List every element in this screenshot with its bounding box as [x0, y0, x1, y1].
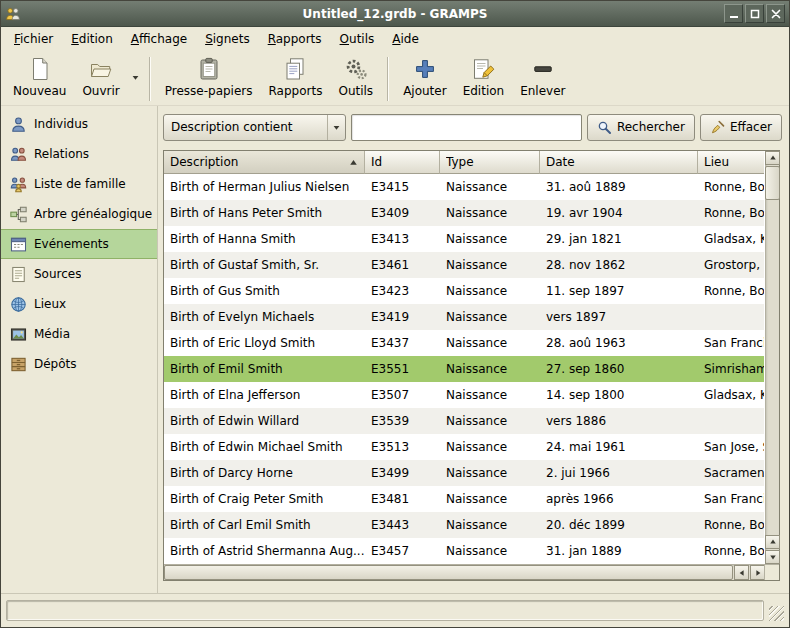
table-row[interactable]: Birth of Evelyn MichaelsE3419Naissanceve… — [164, 304, 764, 330]
horizontal-scrollbar[interactable] — [164, 564, 764, 580]
sidebar-item-depots[interactable]: Dépôts — [1, 349, 157, 379]
toolbar-button-ajouter[interactable]: Ajouter — [395, 54, 455, 100]
open-dropdown-button[interactable] — [128, 54, 143, 100]
scroll-down-button[interactable] — [765, 550, 780, 564]
toolbar-button-nouveau[interactable]: Nouveau — [5, 54, 74, 100]
sidebar-item-relations[interactable]: Relations — [1, 139, 157, 169]
cell-date: 11. sep 1897 — [540, 284, 698, 298]
scroll-right-button[interactable] — [750, 565, 765, 580]
toolbar-button-outils[interactable]: Outils — [330, 54, 381, 100]
cell-lieu: Ronne, Born — [698, 180, 764, 194]
table-row[interactable]: Birth of Darcy HorneE3499Naissance2. jui… — [164, 460, 764, 486]
sidebar-item-arbre-genealogique[interactable]: Arbre généalogique — [1, 199, 157, 229]
cell-type: Naissance — [440, 388, 540, 402]
table-row[interactable]: Birth of Gustaf Smith, Sr.E3461Naissance… — [164, 252, 764, 278]
cell-id: E3513 — [365, 440, 440, 454]
menu-item-affichage[interactable]: Affichage — [122, 29, 196, 49]
menu-item-edition[interactable]: Edition — [62, 29, 122, 49]
maximize-button[interactable] — [745, 4, 764, 23]
resize-grip[interactable] — [769, 606, 784, 621]
table-row[interactable]: Birth of Eric Lloyd SmithE3437Naissance2… — [164, 330, 764, 356]
close-icon — [770, 8, 782, 20]
toolbar-button-presse-papiers[interactable]: Presse-papiers — [157, 54, 261, 100]
close-button[interactable] — [766, 4, 785, 23]
table-row[interactable]: Birth of Herman Julius NielsenE3415Naiss… — [164, 174, 764, 200]
scroll-up-button-secondary[interactable] — [765, 535, 780, 549]
cell-date: 29. jan 1821 — [540, 232, 698, 246]
filter-field-dropdown[interactable]: Description contient — [163, 114, 346, 141]
table-row[interactable]: Birth of Craig Peter SmithE3481Naissance… — [164, 486, 764, 512]
gramps-window: Untitled_12.grdb - GRAMPS FichierEdition… — [0, 0, 790, 628]
open-folder-icon — [89, 57, 113, 81]
toolbar-button-rapports[interactable]: Rapports — [261, 54, 331, 100]
menu-item-fichier[interactable]: Fichier — [5, 29, 62, 49]
sidebar-item-individus[interactable]: Individus — [1, 109, 157, 139]
column-header-type[interactable]: Type — [440, 151, 540, 174]
table-row[interactable]: Birth of Gus SmithE3423Naissance11. sep … — [164, 278, 764, 304]
sidebar-item-media[interactable]: Média — [1, 319, 157, 349]
menu-item-signets[interactable]: Signets — [196, 29, 259, 49]
toolbar-button-enlever[interactable]: Enlever — [512, 54, 573, 100]
toolbar-separator — [387, 57, 389, 101]
table-row[interactable]: Birth of Edwin WillardE3539Naissancevers… — [164, 408, 764, 434]
search-button[interactable]: Rechercher — [587, 114, 695, 141]
cell-date: après 1966 — [540, 492, 698, 506]
cell-lieu: Sacramento — [698, 466, 764, 480]
maximize-icon — [749, 8, 761, 20]
cell-id: E3423 — [365, 284, 440, 298]
arrow-right-icon — [754, 569, 762, 577]
toolbar-button-ouvrir[interactable]: Ouvrir — [74, 54, 127, 100]
repositories-icon — [10, 356, 27, 373]
cell-description: Birth of Craig Peter Smith — [164, 492, 365, 506]
toolbar-button-edition[interactable]: Edition — [455, 54, 513, 100]
menu-item-rapports[interactable]: Rapports — [259, 29, 331, 49]
cell-type: Naissance — [440, 284, 540, 298]
horizontal-scrollbar-thumb[interactable] — [164, 565, 733, 580]
vertical-scrollbar-thumb[interactable] — [765, 166, 780, 200]
search-button-label: Rechercher — [617, 120, 685, 134]
clear-button[interactable]: Effacer — [700, 114, 782, 141]
table-row[interactable]: Birth of Carl Emil SmithE3443Naissance20… — [164, 512, 764, 538]
cell-lieu: San Jose, Sa — [698, 440, 764, 454]
table-row[interactable]: Birth of Hanna SmithE3413Naissance29. ja… — [164, 226, 764, 252]
column-header-date[interactable]: Date — [540, 151, 698, 174]
column-header-id[interactable]: Id — [365, 151, 440, 174]
arrow-up-icon — [769, 538, 777, 546]
cell-type: Naissance — [440, 414, 540, 428]
cell-id: E3457 — [365, 544, 440, 558]
arrow-up-icon — [769, 154, 777, 162]
scroll-left-button[interactable] — [734, 565, 749, 580]
menubar: FichierEditionAffichageSignetsRapportsOu… — [1, 27, 789, 50]
cell-type: Naissance — [440, 336, 540, 350]
window-title: Untitled_12.grdb - GRAMPS — [1, 7, 789, 21]
table-row[interactable]: Birth of Elna JeffersonE3507Naissance14.… — [164, 382, 764, 408]
sidebar-item-evenements[interactable]: Evénements — [1, 229, 157, 259]
sidebar-item-sources[interactable]: Sources — [1, 259, 157, 289]
scroll-up-button[interactable] — [765, 151, 780, 165]
menu-item-aide[interactable]: Aide — [383, 29, 428, 49]
vertical-scrollbar[interactable] — [765, 151, 779, 564]
cell-lieu: Ronne, Born — [698, 544, 764, 558]
cell-date: vers 1886 — [540, 414, 698, 428]
cell-description: Birth of Edwin Willard — [164, 414, 365, 428]
cell-id: E3551 — [365, 362, 440, 376]
sidebar-item-lieux[interactable]: Lieux — [1, 289, 157, 319]
remove-icon — [531, 57, 555, 81]
toolbar: NouveauOuvrirPresse-papiersRapportsOutil… — [1, 50, 789, 106]
table-row[interactable]: Birth of Astrid Shermanna Aug...E3457Nai… — [164, 538, 764, 564]
table-row[interactable]: Birth of Hans Peter SmithE3409Naissance1… — [164, 200, 764, 226]
sidebar-item-liste-de-famille[interactable]: Liste de famille — [1, 169, 157, 199]
media-icon — [10, 326, 27, 343]
minimize-button[interactable] — [724, 4, 743, 23]
column-header-description[interactable]: Description — [164, 151, 365, 174]
table-row[interactable]: Birth of Emil SmithE3551Naissance27. sep… — [164, 356, 764, 382]
cell-type: Naissance — [440, 258, 540, 272]
cell-description: Birth of Hans Peter Smith — [164, 206, 365, 220]
titlebar[interactable]: Untitled_12.grdb - GRAMPS — [1, 1, 789, 27]
column-header-lieu[interactable]: Lieu — [698, 151, 764, 174]
cell-id: E3461 — [365, 258, 440, 272]
table-row[interactable]: Birth of Edwin Michael SmithE3513Naissan… — [164, 434, 764, 460]
filter-query-input[interactable] — [351, 114, 582, 141]
menu-item-outils[interactable]: Outils — [331, 29, 384, 49]
cell-date: vers 1897 — [540, 310, 698, 324]
